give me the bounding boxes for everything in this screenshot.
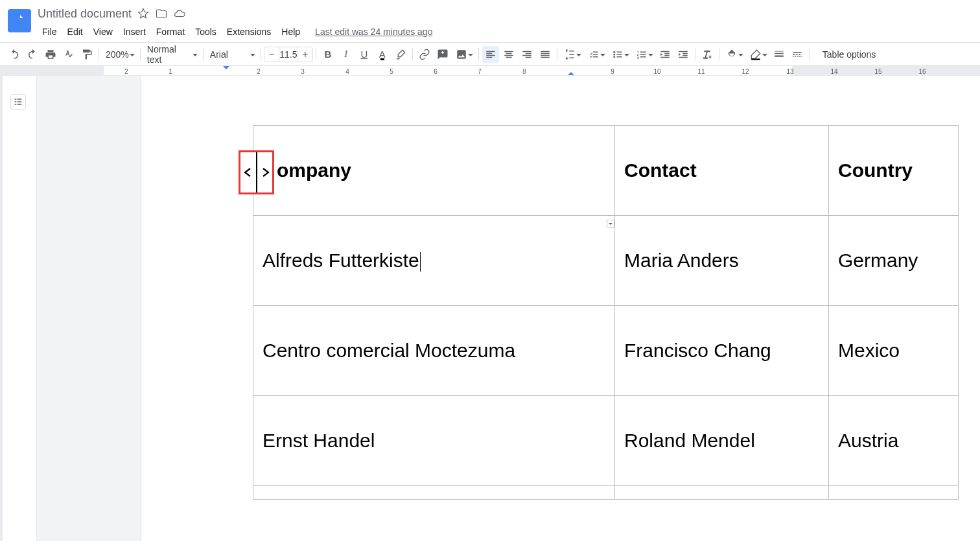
right-indent-marker[interactable] bbox=[568, 69, 574, 75]
menu-edit[interactable]: Edit bbox=[63, 25, 88, 39]
font-size-control: − 11.5 + bbox=[264, 47, 313, 62]
ruler-label: 16 bbox=[918, 68, 926, 75]
ruler-label: 12 bbox=[741, 68, 749, 75]
menu-help[interactable]: Help bbox=[277, 25, 305, 39]
align-left-button[interactable] bbox=[482, 46, 499, 63]
table-row: Centro comercial Moctezuma Francisco Cha… bbox=[253, 306, 959, 396]
horizontal-ruler[interactable]: 2 1 2 3 4 5 6 7 8 9 10 11 12 13 14 15 16 bbox=[0, 66, 980, 76]
zoom-value: 200% bbox=[106, 49, 129, 60]
svg-rect-1 bbox=[18, 22, 22, 23]
highlight-color-button[interactable] bbox=[392, 46, 409, 63]
ruler-label: 2 bbox=[257, 68, 261, 75]
align-center-button[interactable] bbox=[500, 46, 517, 63]
clear-formatting-button[interactable] bbox=[699, 46, 716, 63]
align-right-button[interactable] bbox=[519, 46, 535, 63]
border-dash-button[interactable] bbox=[789, 46, 806, 63]
ruler-label: 2 bbox=[124, 68, 128, 75]
cell-contact[interactable]: Francisco Chang bbox=[624, 340, 771, 361]
ruler-label: 14 bbox=[830, 68, 837, 75]
ruler-label: 9 bbox=[611, 68, 614, 75]
ruler-label: 4 bbox=[345, 68, 349, 75]
bold-button[interactable]: B bbox=[320, 46, 336, 63]
vertical-ruler[interactable] bbox=[0, 76, 3, 541]
table-row bbox=[253, 486, 959, 500]
cell-contact[interactable]: Maria Anders bbox=[624, 250, 739, 271]
undo-button[interactable] bbox=[6, 46, 23, 63]
first-line-indent-marker[interactable] bbox=[223, 66, 229, 73]
svg-point-3 bbox=[613, 51, 615, 52]
border-width-button[interactable] bbox=[771, 46, 788, 63]
svg-point-5 bbox=[613, 56, 615, 58]
table-row: Ernst Handel Roland Mendel Austria bbox=[253, 396, 959, 486]
cell-country[interactable]: Germany bbox=[838, 250, 918, 271]
cell-shading-dropdown[interactable] bbox=[722, 46, 746, 63]
increase-indent-button[interactable] bbox=[675, 46, 692, 63]
border-color-dropdown[interactable] bbox=[746, 46, 770, 63]
header-company[interactable]: ompany bbox=[277, 159, 351, 181]
menu-tools[interactable]: Tools bbox=[191, 25, 221, 39]
decrease-indent-button[interactable] bbox=[657, 46, 673, 63]
ruler-label: 8 bbox=[522, 68, 526, 75]
italic-button[interactable]: I bbox=[338, 46, 355, 63]
ruler-label: 15 bbox=[874, 68, 881, 75]
ruler-label: 11 bbox=[697, 68, 705, 75]
ruler-label: 1 bbox=[169, 68, 172, 75]
ruler-label: 6 bbox=[434, 68, 438, 75]
docs-logo[interactable] bbox=[8, 9, 31, 32]
header-country[interactable]: Country bbox=[838, 159, 913, 181]
content-table[interactable]: ompany Contact Country Alfreds Futterkis… bbox=[253, 125, 959, 500]
underline-button[interactable]: U bbox=[356, 46, 373, 63]
cell-country[interactable]: Mexico bbox=[838, 340, 900, 361]
cell-country[interactable]: Austria bbox=[838, 430, 898, 451]
show-outline-button[interactable] bbox=[10, 94, 26, 110]
svg-rect-2 bbox=[18, 23, 20, 24]
toolbar: 200% Normal text Arial − 11.5 + B I U A … bbox=[0, 43, 980, 66]
insert-image-dropdown[interactable] bbox=[452, 46, 476, 63]
document-page[interactable]: ompany Contact Country Alfreds Futterkis… bbox=[141, 76, 980, 541]
cell-company[interactable]: Centro comercial Moctezuma bbox=[262, 340, 515, 361]
line-spacing-dropdown[interactable] bbox=[560, 46, 584, 63]
table-options-button[interactable]: Table options bbox=[817, 47, 881, 62]
cloud-status-icon[interactable] bbox=[173, 7, 186, 20]
menu-file[interactable]: File bbox=[38, 25, 62, 39]
doc-title[interactable]: Untitled document bbox=[38, 7, 132, 21]
ruler-label: 3 bbox=[301, 68, 305, 75]
move-icon[interactable] bbox=[155, 7, 168, 20]
zoom-dropdown[interactable]: 200% bbox=[102, 46, 137, 63]
menu-format[interactable]: Format bbox=[152, 25, 189, 39]
cell-contact[interactable]: Roland Mendel bbox=[624, 430, 755, 451]
star-icon[interactable] bbox=[137, 7, 150, 20]
cell-company[interactable]: Alfreds Futterkiste bbox=[262, 250, 421, 271]
font-size-increase-button[interactable]: + bbox=[298, 47, 312, 62]
table-row: Alfreds Futterkiste Maria Anders Germany bbox=[253, 216, 959, 306]
style-value: Normal text bbox=[147, 44, 192, 65]
menu-extensions[interactable]: Extensions bbox=[222, 25, 275, 39]
numbered-list-dropdown[interactable] bbox=[632, 46, 656, 63]
ruler-label: 5 bbox=[390, 68, 393, 75]
menu-view[interactable]: View bbox=[89, 25, 117, 39]
svg-point-4 bbox=[613, 53, 615, 55]
text-color-button[interactable]: A bbox=[374, 46, 391, 63]
svg-rect-0 bbox=[18, 20, 22, 21]
insert-link-button[interactable] bbox=[416, 46, 433, 63]
redo-button[interactable] bbox=[24, 46, 41, 63]
font-size-value[interactable]: 11.5 bbox=[279, 47, 298, 62]
print-button[interactable] bbox=[42, 46, 59, 63]
font-size-decrease-button[interactable]: − bbox=[264, 47, 279, 62]
align-justify-button[interactable] bbox=[537, 46, 554, 63]
checklist-dropdown[interactable] bbox=[584, 46, 608, 63]
header-contact[interactable]: Contact bbox=[624, 159, 697, 181]
ruler-label: 13 bbox=[786, 68, 793, 75]
cell-company[interactable]: Ernst Handel bbox=[262, 430, 375, 451]
bulleted-list-dropdown[interactable] bbox=[608, 46, 632, 63]
menu-insert[interactable]: Insert bbox=[119, 25, 150, 39]
last-edit-link[interactable]: Last edit was 24 minutes ago bbox=[315, 27, 432, 37]
column-resize-cursor-icon[interactable] bbox=[239, 150, 274, 194]
style-dropdown[interactable]: Normal text bbox=[143, 46, 200, 63]
paint-format-button[interactable] bbox=[78, 46, 95, 63]
add-comment-button[interactable] bbox=[434, 46, 451, 63]
cell-options-dropdown[interactable] bbox=[607, 220, 614, 227]
table-header-row: ompany Contact Country bbox=[253, 126, 959, 216]
font-dropdown[interactable]: Arial bbox=[206, 46, 258, 63]
spellcheck-button[interactable] bbox=[60, 46, 77, 63]
